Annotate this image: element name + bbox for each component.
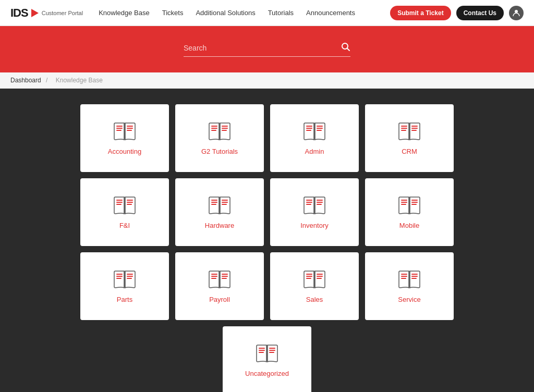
svg-rect-82 — [401, 276, 407, 277]
book-icon — [396, 270, 422, 290]
svg-rect-89 — [259, 350, 265, 351]
card-payroll[interactable]: Payroll — [175, 252, 264, 320]
svg-rect-75 — [306, 276, 312, 277]
svg-rect-85 — [411, 276, 418, 277]
svg-rect-37 — [127, 204, 132, 205]
card-label-crm: CRM — [402, 148, 417, 155]
submit-ticket-button[interactable]: Submit a Ticket — [390, 6, 451, 20]
svg-rect-60 — [116, 274, 123, 275]
card-crm[interactable]: CRM — [365, 104, 454, 172]
book-icon — [301, 121, 327, 142]
svg-rect-20 — [306, 130, 311, 131]
svg-rect-21 — [317, 126, 323, 127]
card-label-g2tutorials: G2 Tutorials — [201, 148, 238, 155]
svg-rect-79 — [317, 278, 322, 279]
svg-rect-23 — [317, 130, 322, 131]
card-label-mobile: Mobile — [399, 222, 419, 229]
svg-rect-88 — [259, 348, 265, 349]
card-inventory[interactable]: Inventory — [270, 178, 359, 246]
logo-area: IDS Customer Portal — [10, 6, 83, 20]
svg-rect-57 — [411, 202, 418, 203]
last-row: Uncategorized — [223, 326, 311, 392]
card-parts[interactable]: Parts — [80, 252, 169, 320]
book-icon — [396, 121, 422, 142]
card-label-service: Service — [398, 296, 420, 303]
svg-rect-39 — [211, 200, 217, 201]
svg-rect-70 — [222, 274, 228, 275]
card-label-accounting: Accounting — [108, 148, 141, 155]
card-label-inventory: Inventory — [300, 222, 328, 229]
breadcrumb-separator: / — [46, 77, 47, 84]
breadcrumb-dashboard[interactable]: Dashboard — [10, 77, 41, 84]
card-label-sales: Sales — [306, 296, 323, 303]
svg-rect-13 — [211, 130, 216, 131]
card-g2tutorials[interactable]: G2 Tutorials — [175, 104, 264, 172]
card-fandi[interactable]: F&I — [80, 178, 169, 246]
nav-tutorials[interactable]: Tutorials — [268, 9, 294, 17]
search-input[interactable] — [184, 42, 341, 54]
nav-knowledge-base[interactable]: Knowledge Base — [99, 9, 150, 17]
svg-rect-93 — [269, 352, 274, 353]
svg-rect-15 — [222, 128, 228, 129]
svg-rect-77 — [317, 274, 323, 275]
svg-rect-18 — [306, 126, 312, 127]
card-label-admin: Admin — [305, 148, 324, 155]
svg-rect-92 — [269, 350, 275, 351]
svg-rect-47 — [306, 202, 312, 203]
book-icon — [207, 270, 233, 290]
user-avatar[interactable] — [509, 6, 524, 20]
search-box — [184, 42, 350, 57]
svg-rect-46 — [306, 200, 312, 201]
card-admin[interactable]: Admin — [270, 104, 359, 172]
book-icon — [112, 121, 138, 142]
svg-rect-71 — [222, 276, 228, 277]
svg-rect-44 — [222, 204, 227, 205]
svg-rect-6 — [116, 130, 122, 131]
nav-announcements[interactable]: Announcements — [306, 9, 355, 17]
svg-rect-34 — [116, 204, 122, 205]
search-button[interactable] — [341, 42, 350, 54]
svg-rect-26 — [401, 128, 407, 129]
svg-rect-58 — [411, 204, 417, 205]
svg-rect-56 — [411, 200, 418, 201]
book-icon — [207, 121, 233, 142]
card-mobile[interactable]: Mobile — [365, 178, 454, 246]
navbar: IDS Customer Portal Knowledge Base Ticke… — [0, 0, 534, 26]
nav-tickets[interactable]: Tickets — [162, 9, 184, 17]
card-hardware[interactable]: Hardware — [175, 178, 264, 246]
breadcrumb: Dashboard / Knowledge Base — [0, 72, 534, 89]
svg-rect-90 — [259, 352, 264, 353]
svg-rect-43 — [222, 202, 228, 203]
svg-rect-83 — [401, 278, 406, 279]
svg-rect-35 — [127, 200, 133, 201]
card-uncategorized[interactable]: Uncategorized — [223, 326, 311, 392]
svg-rect-53 — [401, 200, 407, 201]
main-content: Accounting G2 Tutorials — [0, 89, 534, 392]
svg-rect-91 — [269, 348, 275, 349]
logo-arrow-icon — [31, 9, 39, 17]
svg-line-2 — [347, 48, 350, 51]
svg-rect-29 — [411, 128, 418, 129]
breadcrumb-current: Knowledge Base — [56, 77, 103, 84]
svg-rect-61 — [116, 276, 123, 277]
book-icon — [301, 270, 327, 290]
book-icon — [301, 195, 327, 216]
svg-rect-86 — [411, 278, 417, 279]
nav-additional-solutions[interactable]: Additional Solutions — [196, 9, 255, 17]
svg-rect-49 — [317, 200, 323, 201]
svg-rect-63 — [127, 274, 133, 275]
contact-us-button[interactable]: Contact Us — [456, 6, 504, 20]
svg-rect-62 — [116, 278, 122, 279]
card-label-fandi: F&I — [119, 222, 130, 229]
card-accounting[interactable]: Accounting — [80, 104, 169, 172]
book-icon — [112, 270, 138, 290]
card-label-uncategorized: Uncategorized — [245, 370, 289, 377]
svg-rect-22 — [317, 128, 323, 129]
card-label-payroll: Payroll — [209, 296, 230, 303]
svg-rect-28 — [411, 126, 418, 127]
svg-rect-9 — [127, 130, 132, 131]
card-service[interactable]: Service — [365, 252, 454, 320]
svg-rect-68 — [211, 276, 217, 277]
card-sales[interactable]: Sales — [270, 252, 359, 320]
svg-rect-76 — [306, 278, 311, 279]
